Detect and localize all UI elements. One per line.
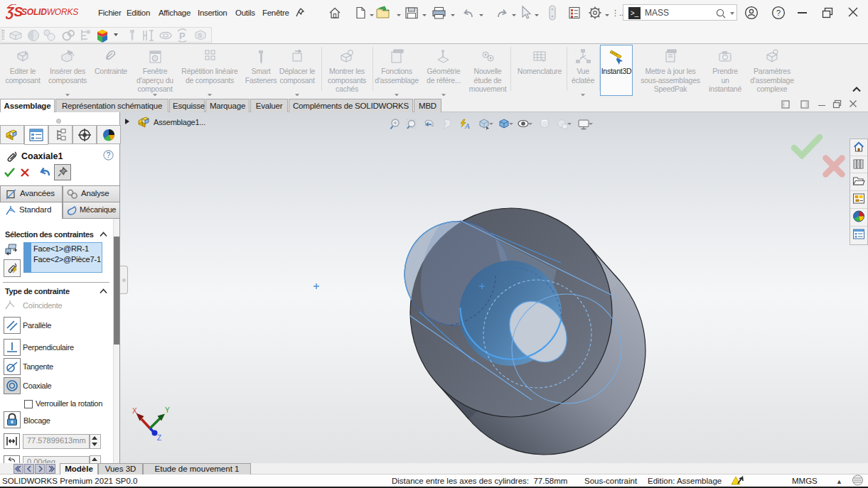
svg-text:?: ? — [107, 151, 111, 159]
svg-text:X: X — [132, 407, 137, 415]
svg-text:SOLIDWORKS: SOLIDWORKS — [21, 7, 78, 17]
svg-text:Y: Y — [165, 406, 170, 414]
svg-text:P: P — [179, 31, 186, 41]
svg-text:Z: Z — [157, 434, 161, 442]
svg-text:S: S — [198, 32, 202, 39]
svg-text:?: ? — [776, 9, 781, 17]
